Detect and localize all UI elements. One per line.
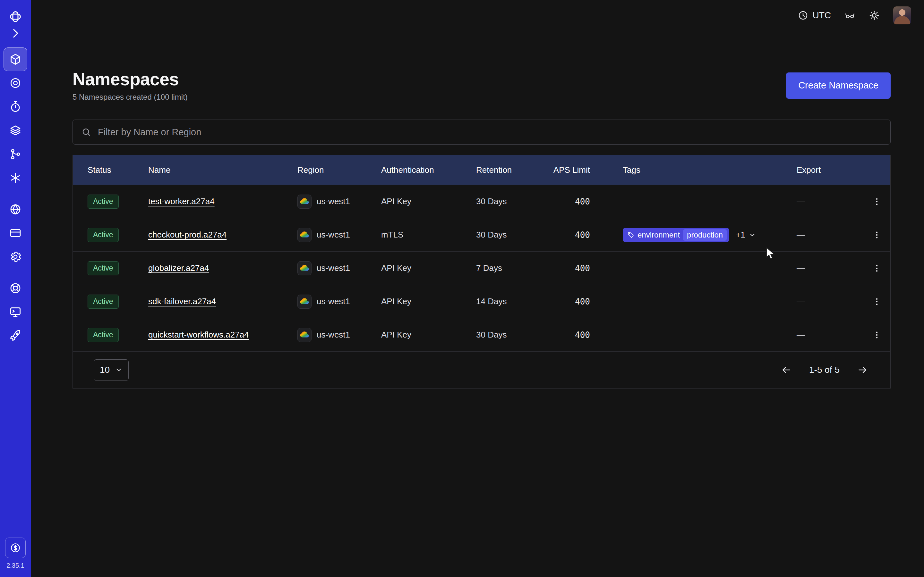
export-value: — <box>796 197 862 206</box>
page-subtitle: 5 Namespaces created (100 limit) <box>73 93 188 102</box>
google-cloud-icon <box>297 261 312 276</box>
layers-icon <box>9 124 22 137</box>
tag-value: production <box>683 229 727 241</box>
table-header-row: Status Name Region Authentication Retent… <box>73 155 890 185</box>
chevron-down-icon <box>748 231 756 239</box>
next-page-button[interactable] <box>857 364 868 376</box>
kebab-icon <box>872 297 881 306</box>
create-namespace-button[interactable]: Create Namespace <box>786 73 891 99</box>
aps-limit-value: 400 <box>550 197 623 206</box>
stopwatch-icon <box>9 100 22 113</box>
col-header-status: Status <box>87 165 148 175</box>
pagination-range: 1-5 of 5 <box>809 365 840 375</box>
search-icon <box>81 127 91 137</box>
region-label: us-west1 <box>317 197 350 206</box>
status-badge: Active <box>87 261 119 276</box>
sidebar-item-usage[interactable] <box>3 71 27 95</box>
cube-icon <box>9 53 22 66</box>
google-cloud-icon <box>297 228 312 242</box>
sidebar-item-support[interactable] <box>3 276 27 300</box>
status-badge: Active <box>87 228 119 242</box>
credit-card-icon <box>9 227 22 239</box>
branch-icon <box>9 148 22 161</box>
retention-label: 30 Days <box>476 330 550 340</box>
pagination: 1-5 of 5 <box>781 364 868 376</box>
page-header: Namespaces 5 Namespaces created (100 lim… <box>73 69 891 102</box>
status-badge: Active <box>87 328 119 342</box>
namespace-link[interactable]: checkout-prod.a27a4 <box>148 230 226 240</box>
sidebar-item-namespaces[interactable] <box>3 47 27 71</box>
kebab-icon <box>872 330 881 340</box>
sidebar-item-nexus[interactable] <box>3 166 27 190</box>
asterisk-icon <box>9 171 22 184</box>
table-row: Active globalizer.a27a4 us-west1 API Key… <box>73 251 890 285</box>
sidebar-item-cloud[interactable] <box>3 197 27 221</box>
filter-input[interactable] <box>97 127 882 138</box>
filter-bar <box>73 119 891 145</box>
arrow-right-icon <box>857 364 868 376</box>
more-tags-count: +1 <box>736 230 745 240</box>
row-actions-menu-button[interactable] <box>872 230 881 239</box>
monitor-icon <box>9 306 22 318</box>
table-row: Active test-worker.a27a4 us-west1 API Ke… <box>73 185 890 218</box>
theme-toggle-button[interactable] <box>869 10 880 21</box>
more-tags-button[interactable]: +1 <box>736 230 756 240</box>
user-avatar[interactable] <box>893 6 911 24</box>
kebab-icon <box>872 197 881 206</box>
tags-cell: environment production +1 <box>623 228 796 242</box>
retention-label: 30 Days <box>476 197 550 206</box>
sidebar: 2.35.1 <box>0 0 31 577</box>
app-version: 2.35.1 <box>6 562 24 569</box>
export-value: — <box>796 330 862 340</box>
namespace-link[interactable]: globalizer.a27a4 <box>148 263 209 273</box>
sidebar-item-schedules[interactable] <box>3 95 27 119</box>
auth-label: mTLS <box>381 230 476 240</box>
row-actions-menu-button[interactable] <box>872 330 881 340</box>
row-actions-menu-button[interactable] <box>872 264 881 273</box>
glasses-icon <box>845 10 855 21</box>
gear-icon <box>9 250 22 263</box>
lifebuoy-icon <box>9 282 22 295</box>
col-header-region: Region <box>297 165 381 175</box>
sidebar-item-billing[interactable] <box>3 221 27 245</box>
namespace-link[interactable]: quickstart-workflows.a27a4 <box>148 330 249 340</box>
sidebar-bottom: 2.35.1 <box>5 538 26 577</box>
sidebar-item-getting-started[interactable] <box>3 324 27 348</box>
auth-label: API Key <box>381 263 476 273</box>
previous-page-button[interactable] <box>781 364 792 376</box>
clock-icon <box>798 10 809 21</box>
aps-limit-value: 400 <box>550 330 623 340</box>
tag-chip[interactable]: environment production <box>623 228 729 242</box>
col-header-tags: Tags <box>623 165 796 175</box>
table-row: Active quickstart-workflows.a27a4 us-wes… <box>73 318 890 351</box>
region-label: us-west1 <box>317 230 350 240</box>
chevron-right-icon <box>9 27 22 40</box>
app-root: 2.35.1 UTC <box>0 0 924 577</box>
retention-label: 14 Days <box>476 297 550 306</box>
labs-button[interactable] <box>845 10 855 21</box>
row-actions-menu-button[interactable] <box>872 297 881 306</box>
usage-button[interactable] <box>5 538 26 558</box>
col-header-export: Export <box>796 165 862 175</box>
sidebar-expand-button[interactable] <box>3 25 27 42</box>
namespace-link[interactable]: test-worker.a27a4 <box>148 197 215 206</box>
sidebar-item-desktop-app[interactable] <box>3 300 27 324</box>
auth-label: API Key <box>381 197 476 206</box>
sun-icon <box>869 10 880 21</box>
page-title-block: Namespaces 5 Namespaces created (100 lim… <box>73 69 188 102</box>
sidebar-item-settings[interactable] <box>3 245 27 269</box>
namespace-link[interactable]: sdk-failover.a27a4 <box>148 297 216 306</box>
sidebar-item-batch-operations[interactable] <box>3 142 27 166</box>
namespaces-table: Status Name Region Authentication Retent… <box>73 155 891 388</box>
sidebar-item-deployments[interactable] <box>3 119 27 142</box>
content: Namespaces 5 Namespaces created (100 lim… <box>31 31 924 577</box>
target-icon <box>9 77 22 89</box>
timezone-button[interactable]: UTC <box>798 10 831 21</box>
table-footer: 10 1-5 of 5 <box>73 351 890 388</box>
row-actions-menu-button[interactable] <box>872 197 881 206</box>
col-header-name: Name <box>148 165 297 175</box>
page-size-select[interactable]: 10 <box>94 359 129 381</box>
temporal-logo[interactable] <box>3 8 27 25</box>
main-column: UTC Namespaces 5 Namespaces cr <box>31 0 924 577</box>
usage-dollar-icon <box>10 542 21 554</box>
